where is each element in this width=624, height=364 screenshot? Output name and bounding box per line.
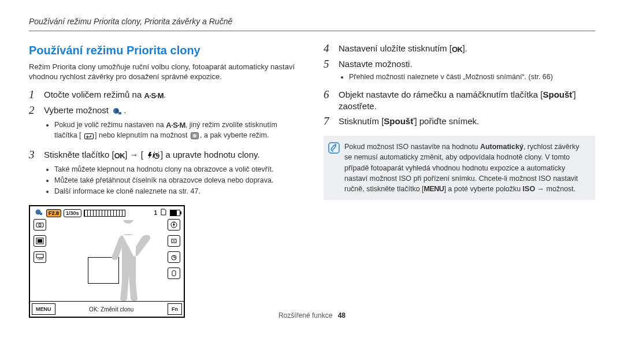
step-text: Vyberte možnost . Poku	[44, 105, 300, 146]
screen-liveview	[53, 218, 161, 298]
step-number: 1	[29, 89, 40, 101]
ev-scale-icon	[84, 210, 125, 217]
step-7: 7 Stisknutím [Spoušť] pořiďte snímek.	[324, 116, 595, 128]
step-text: Stisknutím [Spoušť] pořiďte snímek.	[339, 116, 595, 127]
note-text: Pokud možnost ISO nastavíte na hodnotu A…	[344, 142, 588, 194]
focus-mode-icon	[168, 235, 180, 247]
svg-point-10	[39, 224, 41, 226]
page-footer: Rozšířené funkce 48	[0, 311, 624, 320]
mode-icon	[112, 106, 122, 118]
ok-key-icon: OK	[452, 44, 463, 55]
timer-icon	[168, 251, 180, 263]
svg-rect-2	[85, 133, 94, 139]
step-number: 7	[324, 116, 335, 128]
step-text: Nastavení uložíte stisknutím [OK].	[339, 43, 595, 55]
step-1-pre: Otočte voličem režimů na	[44, 90, 144, 99]
grid-off-icon: OFF	[34, 251, 46, 263]
flash-timer-icon: /	[147, 151, 159, 162]
camera-icon	[34, 219, 46, 231]
t: Nastavení uložíte stisknutím [	[339, 43, 452, 53]
t: ] → [	[125, 150, 143, 159]
svg-text:OFF: OFF	[38, 257, 43, 261]
section-title: Používání režimu Priorita clony	[29, 43, 300, 58]
f-value-tag: F2.8	[46, 209, 61, 217]
header-rule	[29, 31, 595, 31]
svg-rect-1	[118, 112, 121, 114]
step-number: 5	[324, 58, 335, 70]
flash-off-icon	[168, 219, 180, 231]
step-2-pre: Vyberte možnost	[44, 105, 111, 115]
right-column: 4 Nastavení uložíte stisknutím [OK]. 5 N…	[324, 43, 595, 318]
mode-asm-icon: A·S·M	[166, 121, 185, 129]
steps-list-right: 4 Nastavení uložíte stisknutím [OK]. 5 N…	[324, 43, 595, 128]
t: Pokud možnost ISO nastavíte na hodnotu	[344, 143, 480, 151]
t: Pokud je volič režimu nastaven na	[54, 121, 166, 129]
return-icon	[84, 132, 94, 142]
footer-section: Rozšířené funkce	[278, 311, 332, 320]
t: ] a poté vyberte položku	[444, 185, 522, 193]
t: Objekt nastavte do rámečku a namáčknutím…	[339, 90, 543, 99]
step-number: 4	[324, 43, 335, 55]
ok-key-icon: OK	[114, 151, 125, 161]
step-2-sub1: Pokud je volič režimu nastaven na A·S·M,…	[54, 120, 300, 142]
t: ] a upravte hodnotu clony.	[161, 150, 260, 159]
step-text: Stiskněte tlačítko [OK] → [ / ] a upravt…	[44, 149, 300, 200]
step-4: 4 Nastavení uložíte stisknutím [OK].	[324, 43, 595, 55]
person-silhouette-icon	[105, 220, 151, 304]
shutter-bold: Spoušť	[543, 90, 574, 99]
page-number: 48	[338, 311, 346, 320]
shutter-bold: Spoušť	[384, 116, 414, 126]
step-5: 5 Nastavte možnosti. Přehled možností na…	[324, 58, 595, 86]
step-1: 1 Otočte voličem režimů na A·S·M.	[29, 89, 300, 101]
t: , a pak vyberte režim.	[200, 131, 269, 139]
t: Stiskněte tlačítko [	[44, 150, 114, 159]
sd-card-icon	[161, 209, 166, 217]
step-text: Otočte voličem režimů na A·S·M.	[44, 89, 300, 101]
breadcrumb: Používání režimu Priorita clony, Priorit…	[29, 16, 595, 27]
step-text: Objekt nastavte do rámečku a namáčknutím…	[339, 89, 595, 113]
screen-right-icons	[168, 219, 180, 279]
step-6: 6 Objekt nastavte do rámečku a namáčknut…	[324, 89, 595, 113]
shot-count: 1	[154, 209, 157, 217]
step-2-post: .	[124, 105, 126, 115]
mode-small-icon	[191, 132, 199, 142]
t: → možnost.	[535, 185, 575, 193]
battery-icon	[170, 210, 180, 216]
step-3-sub2: Můžete také přetáhnout číselník na obraz…	[54, 176, 300, 185]
iso-bold: ISO	[523, 185, 536, 193]
note-box: Pokud možnost ISO nastavíte na hodnotu A…	[324, 136, 595, 200]
step-3-sub3: Další informace ke cloně naleznete na st…	[54, 187, 300, 196]
t: Stisknutím [	[339, 116, 384, 126]
step-1-post: .	[164, 90, 166, 99]
svg-point-17	[173, 240, 174, 242]
t: ].	[462, 43, 467, 53]
step-2-sublist: Pokud je volič režimu nastaven na A·S·M,…	[54, 120, 300, 142]
mode-box-icon	[34, 235, 46, 247]
step-5-sub1: Přehled možností naleznete v části „Možn…	[349, 72, 595, 82]
auto-bold: Automatický	[480, 143, 523, 151]
note-icon	[328, 142, 340, 194]
svg-point-4	[193, 134, 196, 138]
step-number: 2	[29, 105, 40, 117]
mode-asm-icon: A·S·M	[144, 91, 164, 100]
two-column-layout: Používání režimu Priorita clony Režim Pr…	[29, 43, 595, 318]
menu-key-icon: MENU	[424, 185, 444, 193]
step-2: 2 Vyberte možnost .	[29, 105, 300, 146]
screen-left-icons: OFF	[34, 219, 46, 263]
aperture-mode-icon	[35, 209, 43, 217]
steps-list: 1 Otočte voličem režimů na A·S·M. 2 Vybe…	[29, 89, 300, 199]
step-5-sublist: Přehled možností naleznete v části „Možn…	[349, 72, 595, 82]
step-number: 3	[29, 149, 40, 161]
step-number: 6	[324, 89, 335, 101]
camera-screen-illustration: F2.8 1/30s 1 OFF	[29, 205, 185, 318]
shutter-tag: 1/30s	[64, 209, 81, 217]
step-3: 3 Stiskněte tlačítko [OK] → [ /	[29, 149, 300, 200]
svg-rect-8	[40, 213, 42, 215]
manual-page: Používání režimu Priorita clony, Priorit…	[0, 0, 624, 325]
section-intro: Režim Priorita clony umožňuje ruční volb…	[29, 62, 300, 82]
svg-rect-12	[38, 239, 42, 243]
t: ] pořiďte snímek.	[414, 116, 479, 126]
step-3-sub1: Také můžete klepnout na hodnotu clony na…	[54, 165, 300, 174]
screen-topbar: F2.8 1/30s 1	[34, 209, 180, 217]
step-text: Nastavte možnosti. Přehled možností nale…	[339, 58, 595, 86]
